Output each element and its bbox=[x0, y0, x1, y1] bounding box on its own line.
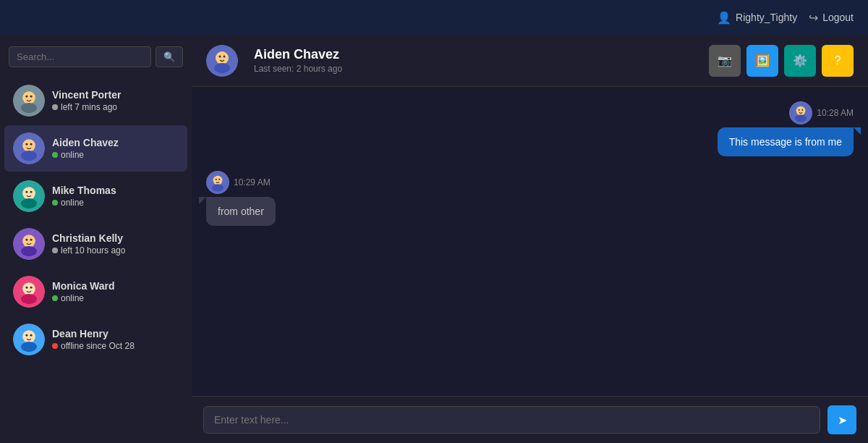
contact-item-christian-kelly[interactable]: Christian Kelly left 10 hours ago bbox=[4, 221, 187, 267]
contact-info-dean-henry: Dean Henry offline since Oct 28 bbox=[52, 328, 135, 351]
svg-point-6 bbox=[22, 139, 35, 152]
contact-info-monica-ward: Monica Ward online bbox=[52, 280, 115, 303]
svg-point-8 bbox=[25, 143, 27, 145]
svg-point-11 bbox=[22, 187, 35, 200]
svg-point-7 bbox=[21, 151, 37, 161]
message-bubble-msg1: This message is from me bbox=[718, 127, 854, 156]
svg-point-18 bbox=[25, 239, 27, 241]
svg-point-26 bbox=[22, 330, 35, 343]
svg-point-24 bbox=[30, 287, 33, 289]
message-time-msg1: 10:28 AM bbox=[817, 108, 854, 118]
contact-info-mike-thomas: Mike Thomas online bbox=[52, 185, 116, 208]
contact-item-monica-ward[interactable]: Monica Ward online bbox=[4, 269, 187, 315]
action-btn-camera[interactable]: 📷 bbox=[709, 45, 741, 77]
contact-name-aiden-chavez: Aiden Chavez bbox=[52, 137, 119, 148]
image-icon: 🖼️ bbox=[755, 54, 770, 67]
send-button[interactable]: ➤ bbox=[827, 405, 856, 434]
topbar-user: 👤 Righty_Tighty bbox=[717, 11, 797, 25]
message-bubble-msg2: from other bbox=[206, 197, 276, 226]
message-row-msg1: 10:28 AM This message is from me bbox=[206, 101, 854, 156]
contact-status-text-vincent-porter: left 7 mins ago bbox=[61, 102, 117, 112]
status-dot-vincent-porter bbox=[52, 104, 58, 110]
svg-point-32 bbox=[214, 63, 230, 73]
message-text-msg2: from other bbox=[218, 206, 264, 217]
contact-name-dean-henry: Dean Henry bbox=[52, 328, 135, 339]
contact-avatar-monica-ward bbox=[13, 276, 45, 308]
contact-status-text-dean-henry: offline since Oct 28 bbox=[61, 341, 135, 351]
action-btn-help[interactable]: ? bbox=[822, 45, 854, 77]
search-button[interactable]: 🔍 bbox=[156, 46, 183, 67]
search-bar: 🔍 bbox=[9, 46, 183, 67]
sidebar: 🔍 Vincent Porter left 7 mins ago bbox=[0, 35, 192, 443]
contact-avatar-vincent-porter bbox=[13, 85, 45, 117]
svg-point-17 bbox=[21, 246, 37, 256]
svg-point-29 bbox=[30, 334, 33, 337]
svg-point-28 bbox=[25, 334, 27, 337]
svg-point-31 bbox=[216, 51, 229, 64]
status-dot-christian-kelly bbox=[52, 248, 58, 253]
action-btn-image[interactable]: 🖼️ bbox=[746, 45, 778, 77]
contact-status-text-mike-thomas: online bbox=[61, 198, 84, 208]
svg-point-12 bbox=[21, 198, 37, 208]
contact-item-aiden-chavez[interactable]: Aiden Chavez online bbox=[4, 125, 187, 172]
svg-point-22 bbox=[21, 294, 37, 304]
svg-point-27 bbox=[21, 342, 37, 352]
svg-point-41 bbox=[213, 176, 223, 185]
svg-point-21 bbox=[22, 282, 35, 295]
svg-point-42 bbox=[212, 184, 224, 191]
message-row-msg2: 10:29 AM from other bbox=[206, 171, 854, 226]
contact-item-vincent-porter[interactable]: Vincent Porter left 7 mins ago bbox=[4, 77, 187, 124]
svg-point-1 bbox=[22, 91, 35, 104]
svg-point-3 bbox=[25, 96, 27, 98]
main-layout: 🔍 Vincent Porter left 7 mins ago bbox=[0, 35, 868, 443]
search-input[interactable] bbox=[9, 46, 151, 67]
contact-avatar-mike-thomas bbox=[13, 180, 45, 212]
send-icon: ➤ bbox=[838, 413, 847, 427]
svg-point-39 bbox=[801, 109, 803, 111]
contact-info-vincent-porter: Vincent Porter left 7 mins ago bbox=[52, 89, 121, 112]
contact-name-christian-kelly: Christian Kelly bbox=[52, 232, 125, 244]
contact-status-dean-henry: offline since Oct 28 bbox=[52, 341, 135, 351]
contact-status-vincent-porter: left 7 mins ago bbox=[52, 102, 121, 112]
contact-item-dean-henry[interactable]: Dean Henry offline since Oct 28 bbox=[4, 316, 187, 363]
status-dot-mike-thomas bbox=[52, 200, 58, 206]
chat-input-area: ➤ bbox=[192, 396, 868, 443]
contact-avatar-aiden-chavez bbox=[13, 132, 45, 164]
chat-header: Aiden Chavez Last seen: 2 hours ago 📷🖼️⚙… bbox=[192, 35, 868, 87]
chat-header-left: Aiden Chavez Last seen: 2 hours ago bbox=[206, 45, 342, 77]
contact-name-monica-ward: Monica Ward bbox=[52, 280, 115, 292]
camera-icon: 📷 bbox=[718, 54, 732, 67]
chat-last-seen: Last seen: 2 hours ago bbox=[254, 64, 342, 74]
status-dot-dean-henry bbox=[52, 343, 58, 349]
user-icon: 👤 bbox=[717, 11, 731, 25]
svg-point-34 bbox=[224, 55, 226, 57]
svg-point-23 bbox=[25, 287, 27, 289]
svg-point-19 bbox=[30, 239, 33, 241]
contact-avatar-dean-henry bbox=[13, 324, 45, 355]
contact-item-mike-thomas[interactable]: Mike Thomas online bbox=[4, 173, 187, 219]
chat-contact-avatar bbox=[206, 45, 238, 77]
topbar-username: Righty_Tighty bbox=[736, 12, 797, 23]
contact-avatar-christian-kelly bbox=[13, 228, 45, 260]
contact-status-mike-thomas: online bbox=[52, 198, 116, 208]
svg-point-14 bbox=[30, 191, 33, 193]
help-icon: ? bbox=[835, 54, 841, 67]
svg-point-13 bbox=[25, 191, 27, 193]
message-text-msg1: This message is from me bbox=[729, 136, 842, 148]
message-input[interactable] bbox=[203, 406, 820, 434]
message-avatar-msg1 bbox=[789, 101, 812, 125]
action-btn-settings[interactable]: ⚙️ bbox=[784, 45, 816, 77]
chat-area: Aiden Chavez Last seen: 2 hours ago 📷🖼️⚙… bbox=[192, 35, 868, 443]
contact-name-mike-thomas: Mike Thomas bbox=[52, 185, 116, 196]
messages-container: 10:28 AM This message is from me bbox=[192, 87, 868, 396]
settings-icon: ⚙️ bbox=[793, 54, 807, 67]
contact-info-aiden-chavez: Aiden Chavez online bbox=[52, 137, 119, 160]
message-time-msg2: 10:29 AM bbox=[234, 177, 271, 187]
svg-point-38 bbox=[799, 109, 800, 111]
contact-status-text-christian-kelly: left 10 hours ago bbox=[61, 245, 125, 256]
contact-info-christian-kelly: Christian Kelly left 10 hours ago bbox=[52, 232, 125, 256]
contact-list: Vincent Porter left 7 mins ago Aiden Cha… bbox=[0, 76, 192, 443]
topbar-logout[interactable]: ↪ Logout bbox=[809, 11, 854, 25]
svg-point-2 bbox=[21, 103, 37, 113]
svg-point-36 bbox=[796, 106, 806, 116]
